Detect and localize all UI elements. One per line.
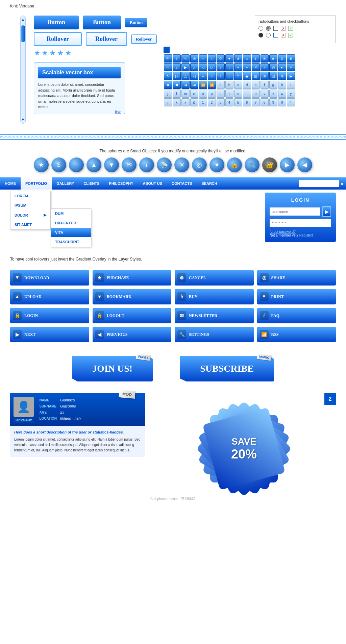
forgot-password-link[interactable]: forgot password? (270, 230, 331, 233)
password-input[interactable] (270, 219, 331, 227)
icon-5[interactable]: ♂ (199, 54, 207, 63)
next-btn[interactable]: ▶ NEXT (10, 327, 89, 342)
icon-39[interactable]: □ (234, 72, 242, 80)
search-input[interactable] (299, 180, 339, 187)
button-large[interactable]: Button (34, 16, 79, 29)
icon-15[interactable]: ♛ (287, 54, 295, 63)
icon-19[interactable]: △ (190, 63, 198, 71)
icon-r[interactable]: r (225, 90, 233, 98)
radio-filled-1[interactable] (258, 33, 263, 38)
icon-7[interactable]: 7 (252, 98, 260, 106)
icon-m[interactable]: m (181, 90, 190, 98)
icon-14[interactable]: ⚙ (278, 54, 286, 63)
bookmark-btn[interactable]: ♥ BOOKMARK (93, 289, 172, 304)
icon-g[interactable]: g (269, 81, 277, 89)
icon-27[interactable]: ✓ (261, 63, 269, 71)
icon-q[interactable]: q (217, 90, 225, 98)
login-btn[interactable]: 🔓 LOGIN (10, 308, 89, 323)
icon-v[interactable]: v (261, 90, 269, 98)
cancel-btn[interactable]: ⊗ CANCEL (175, 270, 254, 286)
dropdown-item-sit[interactable]: SIT AMET (10, 220, 50, 229)
scroll-down-arrow[interactable]: ▼ (21, 117, 25, 122)
newsletter-btn[interactable]: ✉ NEWSLETTER (175, 308, 254, 323)
icon-51[interactable]: ⏩ (208, 81, 216, 89)
icon-36[interactable]: « (208, 72, 216, 80)
icon-13[interactable]: ★ (269, 54, 277, 63)
icon-26[interactable]: ✕ (252, 63, 260, 71)
sphere-minus[interactable]: − (69, 157, 84, 172)
share-btn[interactable]: ◎ SHARE (257, 270, 336, 286)
button-medium[interactable]: Button (83, 16, 121, 29)
icon-10[interactable]: ⌂ (243, 54, 251, 63)
star-3[interactable]: ★ (49, 49, 56, 57)
icon-25[interactable]: − (243, 63, 251, 71)
icon-k[interactable]: k (173, 98, 181, 106)
icon-32[interactable]: ▷ (173, 72, 181, 80)
checkbox-x-1[interactable]: ✗ (281, 26, 286, 31)
radio-empty-1[interactable] (258, 26, 263, 31)
icon-42[interactable]: ⊕ (261, 72, 269, 80)
icon-12[interactable]: ✉ (261, 54, 269, 63)
icon-amp[interactable]: & (190, 98, 198, 106)
purchase-btn[interactable]: ★ PURCHASE (93, 270, 172, 286)
icon-2[interactable]: 2 (208, 98, 216, 106)
icon-6[interactable]: 6 (243, 98, 251, 106)
radio-half-1[interactable] (266, 26, 271, 31)
icon-3[interactable]: ↖ (181, 54, 190, 63)
icon-18[interactable]: ▶ (181, 63, 190, 71)
sphere-mail[interactable]: ✉ (122, 157, 137, 172)
sphere-wrench[interactable]: 🔧 (245, 157, 260, 172)
register-link[interactable]: Register! (299, 233, 313, 237)
nav-about[interactable]: ABOUT US (138, 177, 167, 190)
icon-4[interactable]: ✉ (190, 54, 198, 63)
submenu-trascurrit[interactable]: TRASCURRIT (51, 237, 91, 247)
icon-8[interactable]: ♥ (225, 54, 233, 63)
checkbox-v-1[interactable]: ✓ (288, 26, 293, 31)
icon-b[interactable]: b (225, 81, 233, 89)
icon-w[interactable]: w (278, 90, 286, 98)
faq-btn[interactable]: i FAQ (257, 308, 336, 323)
nav-search[interactable]: SEARCH (197, 177, 222, 190)
nav-gallery[interactable]: GALLERY (52, 177, 79, 190)
icon-jj[interactable]: j (164, 98, 172, 106)
icon-43[interactable]: ▤ (269, 72, 277, 80)
icon-47[interactable]: ⏹ (173, 81, 181, 89)
join-us-btn[interactable]: JOIN US! (72, 356, 153, 381)
dropdown-item-dolor[interactable]: DOLOR ▶ (10, 210, 50, 220)
icon-34[interactable]: ◁ (190, 72, 198, 80)
icon-24[interactable]: + (234, 63, 242, 71)
icon-backslash[interactable]: \ (287, 98, 295, 106)
checkbox-sq-blue[interactable] (273, 33, 278, 38)
icon-o[interactable]: o (199, 90, 207, 98)
icon-x[interactable]: x (181, 98, 190, 106)
dropdown-item-ipsum[interactable]: IPSUM (10, 201, 50, 210)
download-btn[interactable]: ▼ DOWNLOAD (10, 270, 89, 286)
icon-f[interactable]: f (261, 81, 269, 89)
search-chevron[interactable]: » (341, 181, 343, 186)
icon-t[interactable]: t (243, 90, 251, 98)
icon-31[interactable]: ↖ (164, 72, 172, 80)
icon-11[interactable]: i (252, 54, 260, 63)
icon-y[interactable]: y (287, 90, 295, 98)
login-submit-btn[interactable]: ▶ (322, 206, 331, 217)
icon-s[interactable]: s (234, 90, 242, 98)
icon-j[interactable]: j (164, 90, 172, 98)
checkbox-x-2[interactable]: ✗ (281, 33, 286, 38)
rollover-large[interactable]: Rollover (34, 32, 82, 46)
sphere-info[interactable]: i (139, 157, 154, 172)
scroll-thumb[interactable] (21, 25, 25, 42)
icon-46[interactable]: ⏸ (164, 81, 172, 89)
icon-48[interactable]: ⏮ (181, 81, 190, 89)
icon-6[interactable]: ♀ (208, 54, 216, 63)
submenu-differtur[interactable]: DIFFERTUR (51, 218, 91, 228)
star-4[interactable]: ★ (57, 49, 64, 57)
icon-2[interactable]: ? (173, 54, 181, 63)
icon-35[interactable]: » (199, 72, 207, 80)
sphere-star[interactable]: ★ (34, 157, 49, 172)
rollover-medium[interactable]: Rollover (86, 32, 127, 46)
scalable-box-link[interactable]: link (115, 110, 121, 114)
icon-21[interactable]: ▷ (208, 63, 216, 71)
scrollbar[interactable]: ▲ ▼ (20, 16, 26, 124)
icon-i[interactable]: i (287, 81, 295, 89)
icon-37[interactable]: ↑ (217, 72, 225, 80)
